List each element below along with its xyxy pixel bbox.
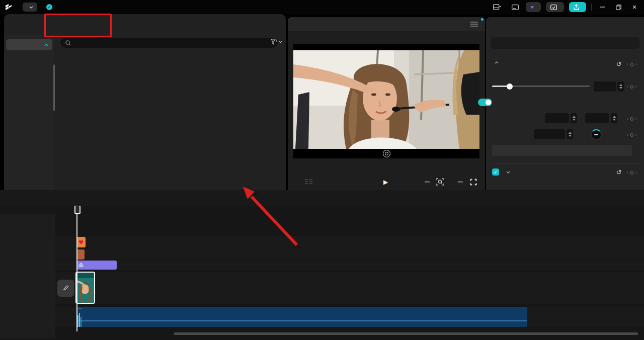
fullscreen-icon[interactable] [470, 179, 477, 186]
blend-checkbox[interactable]: ✓ [492, 168, 499, 176]
alignment-toolbar [492, 145, 632, 156]
rotate-keyframe-control[interactable]: ‹◇› [627, 132, 637, 137]
player-controls: ▶ [288, 174, 485, 190]
sidebar-item-stickers[interactable] [6, 39, 52, 50]
chevron-down-icon [506, 171, 510, 174]
player-menu-icon[interactable] [470, 22, 478, 27]
text-clip[interactable] [76, 249, 85, 260]
capcut-logo [5, 4, 15, 10]
scale-stepper[interactable] [617, 81, 624, 92]
sticker-search-input[interactable] [60, 38, 278, 48]
position-x-field[interactable] [545, 113, 569, 123]
timeline-toolbar [0, 190, 644, 206]
layout-toggle-icon[interactable] [490, 3, 505, 12]
menu-button[interactable] [23, 3, 37, 12]
rotate-dial[interactable] [591, 129, 602, 140]
minimize-button[interactable] [597, 3, 608, 12]
pro-heart-icon: ♥ [530, 4, 534, 10]
video-preview[interactable] [293, 44, 479, 158]
scale-value-field[interactable] [594, 81, 616, 92]
playhead[interactable] [76, 206, 77, 331]
sticker-clip[interactable] [76, 237, 86, 247]
capcut-logo-icon [5, 4, 12, 10]
video-clip[interactable] [75, 272, 95, 304]
position-x-stepper[interactable] [571, 113, 577, 123]
cover-button[interactable] [57, 280, 74, 297]
capcut-window: ✓ ♥ × [0, 0, 644, 340]
player-panel: ▶ [288, 17, 485, 190]
autosave-status: ✓ [46, 4, 55, 10]
transform-section-header[interactable] [492, 61, 499, 64]
export-icon [574, 4, 579, 10]
audio-clip[interactable] [76, 307, 527, 327]
position-y-stepper[interactable] [611, 113, 617, 123]
timeline-horizontal-scrollbar[interactable] [174, 332, 638, 335]
blend-keyframe-control[interactable]: ‹◇› [627, 169, 637, 175]
audio-clip-label [78, 308, 82, 309]
sticker-filter-button[interactable] [271, 39, 282, 45]
rotate-handle-icon[interactable] [383, 150, 390, 157]
sticker-category-sidebar [4, 35, 54, 190]
ratio-button[interactable] [458, 181, 463, 183]
scale-slider-handle[interactable] [507, 83, 513, 90]
close-button[interactable]: × [629, 3, 640, 12]
rotate-value-field[interactable] [534, 129, 565, 139]
media-toolbar [4, 14, 286, 36]
frame-list-icon[interactable] [305, 179, 313, 185]
track-headers [0, 214, 55, 338]
position-y-field[interactable] [585, 113, 609, 123]
transform-reset-icon[interactable]: ↺ [616, 60, 622, 68]
chevron-down-icon [29, 6, 33, 9]
transform-keyframe-control[interactable]: ‹◇› [627, 61, 637, 67]
filter-icon [271, 39, 278, 45]
autosave-check-icon: ✓ [46, 4, 52, 10]
pro-button[interactable]: ♥ [526, 2, 541, 12]
pencil-icon [63, 285, 68, 291]
search-icon [65, 40, 71, 46]
play-button[interactable]: ▶ [383, 179, 388, 186]
share-button[interactable] [546, 2, 564, 12]
inspector-panel: ↺ ‹◇› ‹◇› ‹◇› ‹◇› ✓ [486, 17, 644, 190]
share-icon [550, 5, 557, 10]
chevron-down-icon [279, 41, 282, 43]
export-button[interactable] [569, 2, 586, 12]
position-keyframe-control[interactable]: ‹◇› [627, 116, 637, 121]
playhead-handle[interactable] [74, 206, 80, 214]
chevron-up-icon [44, 44, 48, 46]
uniform-scale-toggle[interactable] [478, 99, 492, 106]
sidebar-scrollbar[interactable] [53, 64, 55, 111]
scale-keyframe-control[interactable]: ‹◇› [627, 83, 637, 89]
blend-section-header[interactable]: ✓ [492, 168, 510, 176]
chevron-up-icon [495, 61, 499, 64]
media-library-panel [4, 14, 286, 190]
restore-button[interactable] [613, 3, 624, 12]
video-frame-makeup-scene [293, 44, 479, 158]
top-bar: ✓ ♥ × [0, 0, 644, 14]
rotate-stepper[interactable] [567, 129, 573, 139]
effect-clip[interactable] [76, 261, 117, 270]
blend-reset-icon[interactable]: ↺ [616, 168, 622, 176]
preview-focus-icon[interactable] [436, 178, 444, 186]
full-button[interactable] [425, 181, 430, 183]
scale-slider-track[interactable] [492, 86, 590, 87]
player-notification-dot [481, 18, 484, 21]
panel-layout-icon[interactable] [510, 3, 521, 12]
timeline-area [0, 206, 644, 340]
effect-icon [78, 263, 84, 268]
